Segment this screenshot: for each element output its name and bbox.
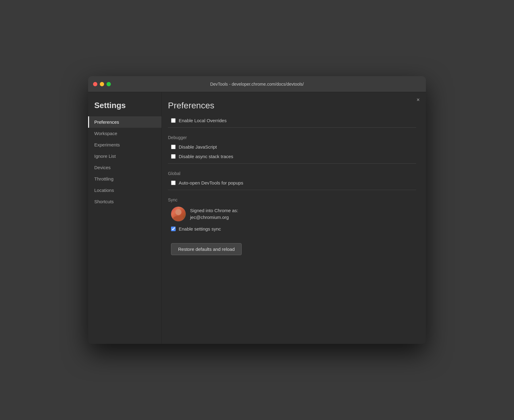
sidebar: Settings Preferences Workspace Experimen… — [88, 92, 162, 344]
divider-2 — [168, 163, 416, 164]
traffic-lights — [93, 82, 111, 86]
minimize-traffic-light[interactable] — [100, 82, 104, 86]
sidebar-item-workspace[interactable]: Workspace — [88, 128, 162, 139]
enable-local-overrides-row: Enable Local Overrides — [168, 118, 416, 123]
enable-sync-row: Enable settings sync — [168, 226, 416, 231]
auto-open-row: Auto-open DevTools for popups — [168, 180, 416, 185]
sync-user-text-line2: jec@chromium.org — [190, 214, 238, 221]
sidebar-item-devices[interactable]: Devices — [88, 162, 162, 173]
sidebar-item-ignore-list[interactable]: Ignore List — [88, 150, 162, 162]
auto-open-checkbox[interactable] — [171, 181, 176, 185]
disable-async-label[interactable]: Disable async stack traces — [179, 154, 233, 159]
sync-section-label: Sync — [168, 197, 416, 202]
titlebar-title: DevTools - developer.chrome.com/docs/dev… — [210, 82, 304, 87]
titlebar: DevTools - developer.chrome.com/docs/dev… — [88, 76, 426, 92]
sync-user-info: Signed into Chrome as: jec@chromium.org — [168, 207, 416, 221]
sync-user-text-container: Signed into Chrome as: jec@chromium.org — [190, 207, 238, 221]
global-section-label: Global — [168, 171, 416, 176]
auto-open-label[interactable]: Auto-open DevTools for popups — [179, 180, 243, 185]
disable-js-label[interactable]: Disable JavaScript — [179, 144, 217, 150]
sidebar-heading: Settings — [88, 101, 162, 116]
enable-sync-label[interactable]: Enable settings sync — [179, 226, 221, 231]
maximize-traffic-light[interactable] — [107, 82, 111, 86]
settings-window: DevTools - developer.chrome.com/docs/dev… — [88, 76, 426, 344]
disable-async-checkbox[interactable] — [171, 154, 176, 159]
debugger-section-label: Debugger — [168, 135, 416, 140]
disable-js-checkbox[interactable] — [171, 145, 176, 149]
sidebar-item-throttling[interactable]: Throttling — [88, 173, 162, 185]
restore-defaults-button[interactable]: Restore defaults and reload — [171, 243, 242, 255]
enable-local-overrides-checkbox[interactable] — [171, 118, 176, 123]
sync-user-text-line1: Signed into Chrome as: — [190, 207, 238, 214]
enable-sync-checkbox[interactable] — [171, 227, 176, 231]
close-button[interactable]: × — [416, 97, 420, 103]
avatar — [171, 207, 186, 221]
sidebar-item-shortcuts[interactable]: Shortcuts — [88, 196, 162, 207]
enable-local-overrides-label[interactable]: Enable Local Overrides — [179, 118, 227, 123]
close-traffic-light[interactable] — [93, 82, 97, 86]
divider-1 — [168, 127, 416, 128]
divider-3 — [168, 190, 416, 190]
content-area: Preferences Enable Local Overrides Debug… — [162, 92, 426, 344]
disable-async-row: Disable async stack traces — [168, 154, 416, 159]
sidebar-item-experiments[interactable]: Experiments — [88, 139, 162, 150]
page-title: Preferences — [168, 101, 416, 111]
disable-js-row: Disable JavaScript — [168, 144, 416, 150]
avatar-image — [171, 207, 186, 221]
settings-container: Settings Preferences Workspace Experimen… — [88, 92, 426, 344]
sidebar-item-preferences[interactable]: Preferences — [88, 116, 162, 128]
sidebar-item-locations[interactable]: Locations — [88, 185, 162, 196]
main-content: × Preferences Enable Local Overrides Deb… — [162, 92, 426, 344]
